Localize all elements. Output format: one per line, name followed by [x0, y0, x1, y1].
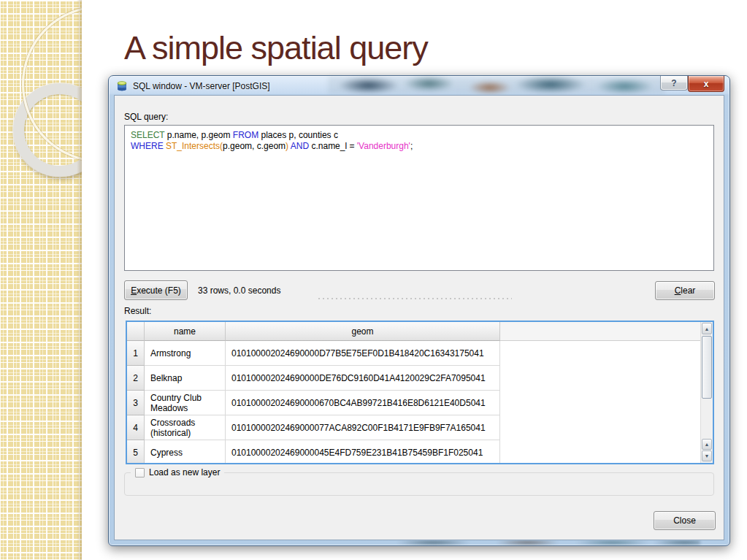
- table-corner-cell[interactable]: [127, 322, 145, 341]
- table-vertical-scrollbar[interactable]: ▲ ▲ ▼: [700, 322, 713, 463]
- window-client-area: SQL query: SELECT p.name, p.geom FROM pl…: [114, 95, 724, 540]
- result-label: Result:: [124, 306, 151, 316]
- geom-cell[interactable]: 010100002024690000670BC4AB99721B416E8D61…: [226, 391, 500, 415]
- sql-query-label: SQL query:: [124, 112, 168, 122]
- window-title: SQL window - VM-server [PostGIS]: [133, 81, 270, 91]
- table-header-row: name geom: [127, 322, 700, 341]
- column-header-name[interactable]: name: [145, 322, 226, 341]
- row-filler: [500, 391, 700, 415]
- load-as-new-layer-label[interactable]: Load as new layer: [149, 467, 220, 477]
- query-status-text: 33 rows, 0.0 seconds: [198, 285, 280, 296]
- database-icon: [116, 80, 128, 92]
- sql-token: ;: [410, 141, 413, 151]
- sql-token: c.name_l =: [309, 141, 357, 151]
- sql-token-keyword: WHERE: [131, 141, 164, 151]
- geom-cell[interactable]: 01010000202469000045E4FD759E231B41B75459…: [226, 440, 500, 463]
- row-filler: [500, 366, 700, 391]
- load-as-new-layer-groupbox: Load as new layer: [124, 472, 714, 496]
- aero-glass-map-blur: [328, 77, 665, 94]
- row-filler: [500, 415, 700, 440]
- load-as-new-layer-checkbox[interactable]: [135, 468, 145, 477]
- geom-cell[interactable]: 010100002024690000D77B5E75EF0D1B418420C1…: [226, 341, 500, 366]
- row-number-cell[interactable]: 4: [127, 415, 145, 440]
- decorative-sidebar: [0, 0, 82, 560]
- question-icon: ?: [671, 78, 676, 88]
- geom-cell[interactable]: 01010000202469000077ACA892C00F1B4171E9FB…: [226, 415, 500, 440]
- sql-token-keyword: FROM: [233, 130, 258, 140]
- scroll-up-button-bottom[interactable]: ▲: [702, 439, 712, 450]
- sql-token: p.name, p.geom: [164, 130, 232, 140]
- row-number-cell[interactable]: 1: [127, 341, 145, 366]
- help-button[interactable]: ?: [660, 76, 688, 91]
- table-row[interactable]: 1 Armstrong 010100002024690000D77B5E75EF…: [127, 341, 700, 366]
- execute-button-label: Execute (F5): [131, 285, 181, 296]
- table-row[interactable]: 4 Crossroads (historical) 01010000202469…: [127, 415, 700, 440]
- name-cell[interactable]: Country Club Meadows: [145, 391, 226, 415]
- column-header-geom[interactable]: geom: [226, 322, 500, 341]
- sql-window: SQL window - VM-server [PostGIS] ? x SQL…: [108, 75, 730, 546]
- row-filler: [500, 440, 700, 463]
- close-window-button[interactable]: x: [688, 76, 724, 92]
- table-row[interactable]: 5 Cypress 01010000202469000045E4FD759E23…: [127, 440, 700, 463]
- execute-button[interactable]: Execute (F5): [124, 280, 188, 300]
- sql-line: WHERE ST_Intersects(p.geom, c.geom) AND …: [131, 141, 708, 152]
- scroll-up-button[interactable]: ▲: [702, 323, 712, 334]
- sql-token-keyword: SELECT: [131, 130, 164, 140]
- scroll-down-button[interactable]: ▼: [702, 450, 712, 461]
- name-cell[interactable]: Cypress: [145, 440, 226, 463]
- slide-background: A simple spatial query SQL window - VM-s…: [0, 0, 747, 560]
- clear-button[interactable]: Clear: [655, 281, 715, 300]
- arrow-down-icon: ▼: [705, 453, 710, 459]
- name-cell[interactable]: Crossroads (historical): [145, 415, 226, 440]
- groupbox-title: Load as new layer: [131, 467, 224, 477]
- table-row[interactable]: 3 Country Club Meadows 01010000202469000…: [127, 391, 700, 415]
- slide-title: A simple spatial query: [124, 29, 428, 67]
- sql-editor[interactable]: SELECT p.name, p.geom FROM places p, cou…: [124, 125, 714, 271]
- sql-line: SELECT p.name, p.geom FROM places p, cou…: [131, 130, 708, 141]
- close-icon: x: [704, 79, 709, 89]
- arrow-up-icon: ▲: [705, 326, 710, 331]
- name-cell[interactable]: Armstrong: [145, 341, 226, 366]
- clear-button-label: Clear: [675, 285, 696, 296]
- sql-token: places p, counties c: [258, 130, 338, 140]
- sql-token-string: 'Vanderburgh': [357, 141, 410, 151]
- close-button[interactable]: Close: [654, 511, 716, 530]
- splitter-handle[interactable]: [318, 298, 512, 299]
- row-filler: [500, 341, 700, 366]
- aero-glass-map-blur-bottom: [386, 540, 700, 545]
- scrollbar-thumb[interactable]: [702, 336, 712, 399]
- sql-token: p.geom, c.geom: [223, 141, 286, 151]
- name-cell[interactable]: Belknap: [145, 366, 226, 391]
- result-grid: name geom 1 Armstrong 010100002024690000…: [127, 322, 700, 463]
- column-header-filler: [500, 322, 700, 341]
- row-number-cell[interactable]: 5: [127, 440, 145, 463]
- sql-token-keyword: AND: [291, 141, 309, 151]
- window-titlebar[interactable]: SQL window - VM-server [PostGIS]: [116, 79, 270, 93]
- close-button-label: Close: [673, 515, 696, 526]
- sql-token-function: ST_Intersects(: [166, 141, 223, 151]
- table-row[interactable]: 2 Belknap 010100002024690000DE76DC9160D4…: [127, 366, 700, 391]
- row-number-cell[interactable]: 3: [127, 391, 145, 415]
- row-number-cell[interactable]: 2: [127, 366, 145, 391]
- geom-cell[interactable]: 010100002024690000DE76DC9160D41A4120029C…: [226, 366, 500, 391]
- arrow-up-icon: ▲: [705, 442, 710, 447]
- result-table: name geom 1 Armstrong 010100002024690000…: [126, 321, 714, 464]
